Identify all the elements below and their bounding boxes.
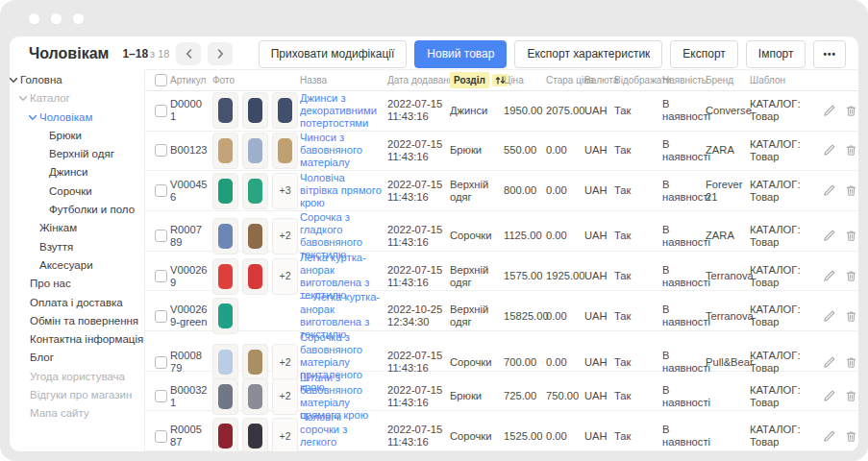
window-control-dot[interactable] — [51, 13, 62, 24]
product-photo[interactable] — [242, 418, 268, 451]
row-checkbox[interactable] — [155, 270, 167, 282]
more-photos-badge[interactable]: +2 — [272, 218, 298, 255]
product-photo[interactable] — [242, 92, 268, 129]
delete-icon[interactable] — [845, 390, 857, 402]
column-header-section[interactable]: Розділ — [450, 72, 504, 88]
product-photo[interactable] — [212, 418, 238, 451]
sidebar-item[interactable]: Угода користувача — [10, 368, 144, 386]
export-characteristics-button[interactable]: Експорт характеристик — [514, 40, 662, 68]
product-name-link[interactable]: Чоловічі сорочки з легкого текстилю — [300, 411, 383, 451]
product-name-link[interactable]: Чоловіча вітрівка прямого крою — [300, 172, 383, 209]
edit-icon[interactable] — [823, 390, 835, 402]
import-button[interactable]: Імпорт — [746, 40, 806, 68]
product-photo[interactable] — [242, 173, 268, 209]
column-header-brand[interactable]: Бренд — [706, 75, 750, 85]
table-row: R000879 +2 Сорочка з бавовняного матеріа… — [145, 331, 858, 372]
row-checkbox[interactable] — [155, 356, 167, 369]
row-checkbox[interactable] — [155, 230, 167, 242]
delete-icon[interactable] — [845, 184, 857, 197]
sidebar-item[interactable]: Сорочки — [10, 182, 144, 201]
select-all-checkbox[interactable] — [155, 74, 167, 86]
section-header-label[interactable]: Розділ — [450, 72, 489, 88]
product-photo[interactable] — [242, 344, 268, 380]
product-photo[interactable] — [212, 173, 238, 209]
edit-icon[interactable] — [823, 144, 835, 157]
product-name-link[interactable]: Джинси з декоративними потертостями — [300, 92, 383, 130]
product-photo[interactable] — [242, 218, 268, 255]
edit-icon[interactable] — [823, 310, 835, 323]
product-photo[interactable] — [242, 133, 268, 169]
sidebar-item[interactable]: Джинси — [10, 163, 144, 182]
more-photos-badge[interactable]: +2 — [272, 258, 298, 295]
sidebar-item[interactable]: Чоловікам — [10, 109, 144, 127]
sidebar-item[interactable]: Футболки и поло — [10, 201, 144, 219]
sidebar-item[interactable]: Аксесуари — [10, 256, 144, 275]
row-checkbox[interactable] — [155, 105, 167, 117]
more-photos-badge[interactable]: +2 — [272, 378, 298, 415]
window-control-dot[interactable] — [73, 13, 84, 24]
sidebar-item[interactable]: Взуття — [10, 238, 144, 256]
delete-icon[interactable] — [845, 144, 857, 157]
delete-icon[interactable] — [845, 105, 857, 117]
edit-icon[interactable] — [823, 430, 835, 443]
product-photo[interactable] — [272, 92, 298, 129]
sidebar-item[interactable]: Головна — [10, 71, 144, 89]
edit-icon[interactable] — [823, 105, 835, 117]
product-photo[interactable] — [212, 298, 238, 334]
export-button[interactable]: Експорт — [670, 40, 737, 68]
product-photo[interactable] — [272, 133, 298, 169]
delete-icon[interactable] — [845, 356, 857, 369]
product-photo[interactable] — [212, 344, 238, 380]
sidebar-item[interactable]: Обмін та повернення — [10, 312, 144, 330]
product-photo[interactable] — [212, 133, 238, 169]
product-photo[interactable] — [212, 92, 238, 129]
column-header-currency[interactable]: Валюта — [584, 75, 614, 85]
product-photo[interactable] — [242, 378, 268, 415]
column-header-display[interactable]: Відображати — [614, 75, 662, 85]
row-checkbox[interactable] — [155, 310, 167, 323]
delete-icon[interactable] — [845, 270, 857, 282]
edit-icon[interactable] — [823, 270, 835, 282]
row-checkbox[interactable] — [155, 184, 167, 197]
sidebar-item[interactable]: Каталог — [10, 89, 144, 108]
row-checkbox[interactable] — [155, 430, 167, 443]
edit-icon[interactable] — [823, 356, 835, 369]
more-photos-badge[interactable]: +2 — [272, 418, 298, 451]
sidebar-item[interactable]: Мапа сайту — [10, 404, 144, 423]
column-header-name[interactable]: Назва — [300, 75, 387, 85]
new-product-button[interactable]: Новий товар — [414, 40, 507, 68]
delete-icon[interactable] — [845, 430, 857, 443]
edit-icon[interactable] — [823, 184, 835, 197]
column-header-article[interactable]: Артикул — [170, 75, 212, 85]
more-photos-badge[interactable]: +3 — [272, 173, 298, 209]
window-control-dot[interactable] — [29, 13, 39, 24]
sidebar-item[interactable]: Оплата і доставка — [10, 294, 144, 312]
column-header-availability[interactable]: Наявність — [662, 75, 706, 85]
row-checkbox[interactable] — [155, 390, 167, 402]
product-photo[interactable] — [242, 258, 268, 295]
product-photo[interactable] — [212, 258, 238, 295]
sidebar-item[interactable]: Блог — [10, 349, 144, 367]
more-actions-button[interactable]: ••• — [813, 40, 846, 68]
delete-icon[interactable] — [845, 230, 857, 242]
column-header-date[interactable]: Дата додавання — [387, 75, 450, 85]
product-name-link[interactable]: Чиноси з бавовняного матеріалу — [300, 132, 383, 169]
sidebar-item[interactable]: Верхній одяг — [10, 145, 144, 163]
row-checkbox[interactable] — [155, 144, 167, 157]
product-photo[interactable] — [212, 218, 238, 255]
next-page-button[interactable] — [208, 42, 233, 65]
column-header-old-price[interactable]: Стара ціна — [546, 75, 584, 85]
more-photos-badge[interactable]: +2 — [272, 344, 298, 380]
sidebar-item[interactable]: Жінкам — [10, 219, 144, 237]
sidebar-item[interactable]: Відгуки про магазин — [10, 386, 144, 404]
delete-icon[interactable] — [845, 310, 857, 323]
hide-modifications-button[interactable]: Приховати модифікації — [259, 40, 408, 68]
product-photo[interactable] — [212, 378, 238, 415]
column-header-price[interactable]: Ціна — [504, 75, 546, 85]
sidebar-item[interactable]: Контактна інформація — [10, 330, 144, 349]
prev-page-button[interactable] — [176, 42, 201, 65]
sidebar-item[interactable]: Брюки — [10, 127, 144, 145]
column-header-template[interactable]: Шаблон — [750, 75, 823, 85]
sidebar-item[interactable]: Про нас — [10, 275, 144, 293]
edit-icon[interactable] — [823, 230, 835, 242]
